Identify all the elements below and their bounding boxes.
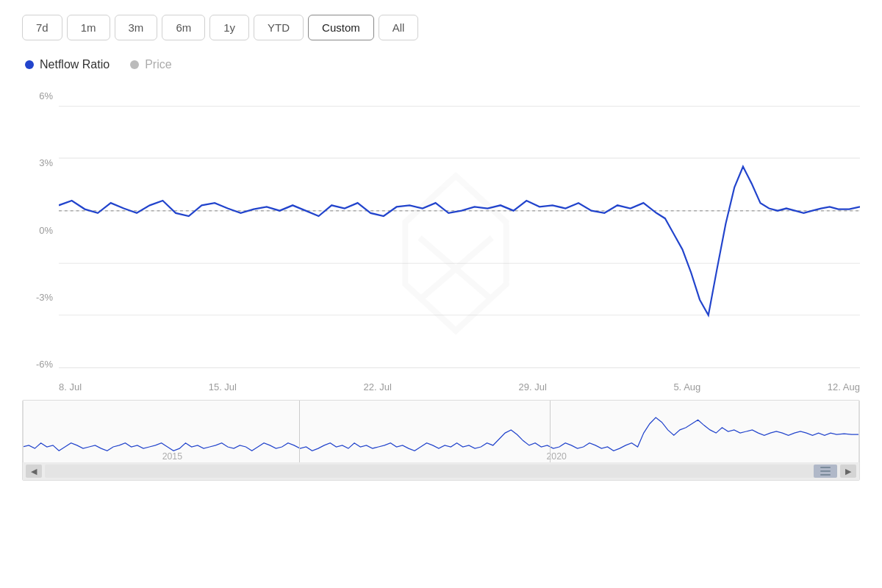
scroll-left-button[interactable]: ◀ (26, 465, 42, 478)
legend-label-price: Price (145, 58, 171, 71)
scroll-thumb[interactable] (814, 465, 837, 478)
time-btn-1y[interactable]: 1y (209, 15, 249, 40)
thumb-lines-icon (820, 467, 831, 476)
time-range-bar: 7d1m3m6m1yYTDCustomAll (22, 15, 860, 40)
legend-item-price: Price (130, 58, 171, 71)
x-axis-label: 12. Aug (828, 381, 860, 392)
x-axis-label: 15. Jul (209, 381, 237, 392)
y-axis-label: -6% (22, 359, 59, 370)
time-btn-ytd[interactable]: YTD (254, 15, 304, 40)
y-axis-label: 6% (22, 90, 59, 101)
legend: Netflow RatioPrice (22, 58, 860, 71)
chart-wrapper: 6%3%0%-3%-6% (22, 83, 860, 481)
legend-dot-netflow (25, 60, 34, 69)
navigator-scrollbar: ◀ ▶ (23, 462, 859, 480)
x-axis-label: 22. Jul (364, 381, 392, 392)
legend-label-netflow: Netflow Ratio (40, 58, 110, 71)
time-btn-6m[interactable]: 6m (162, 15, 205, 40)
chart-plot (59, 83, 860, 377)
time-btn-custom[interactable]: Custom (308, 15, 374, 40)
y-axis-label: 0% (22, 225, 59, 236)
svg-marker-7 (405, 176, 506, 331)
time-btn-3m[interactable]: 3m (115, 15, 158, 40)
navigator-area[interactable]: 2015 2020 ◀ (22, 400, 860, 481)
y-axis-label: 3% (22, 157, 59, 168)
navigator-inner: 2015 2020 (23, 401, 859, 462)
main-container: 7d1m3m6m1yYTDCustomAll Netflow RatioPric… (0, 0, 882, 495)
y-axis: 6%3%0%-3%-6% (22, 83, 59, 377)
x-axis: 8. Jul15. Jul22. Jul29. Jul5. Aug12. Aug (22, 377, 860, 392)
time-btn-1m[interactable]: 1m (67, 15, 110, 40)
legend-dot-price (130, 60, 139, 69)
scroll-track[interactable] (45, 465, 837, 478)
svg-text:2015: 2015 (162, 451, 182, 462)
time-btn-7d[interactable]: 7d (22, 15, 62, 40)
x-axis-label: 8. Jul (59, 381, 82, 392)
x-axis-label: 29. Jul (518, 381, 546, 392)
x-axis-label: 5. Aug (673, 381, 700, 392)
main-chart-area: 6%3%0%-3%-6% (22, 83, 860, 377)
y-axis-label: -3% (22, 292, 59, 303)
legend-item-netflow: Netflow Ratio (25, 58, 110, 71)
scroll-right-button[interactable]: ▶ (840, 465, 856, 478)
time-btn-all[interactable]: All (379, 15, 419, 40)
